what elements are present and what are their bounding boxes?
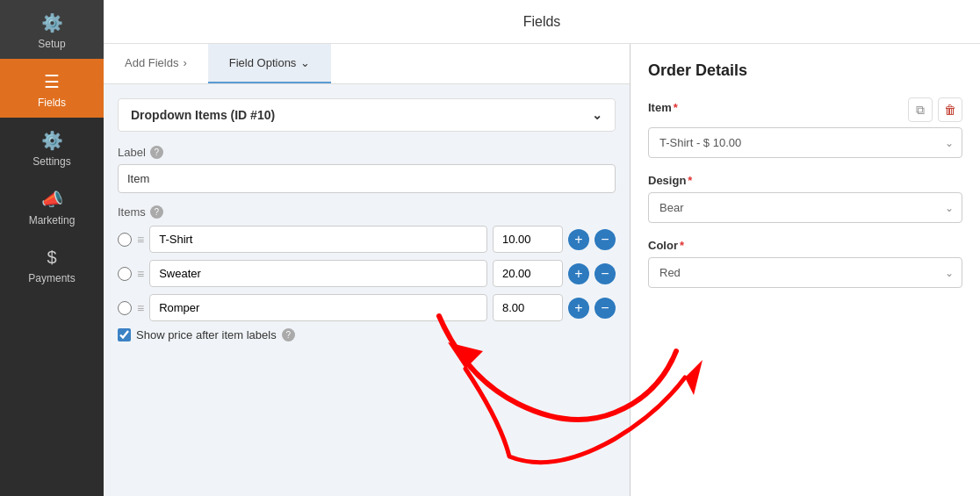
payments-icon: $ <box>47 248 56 268</box>
sidebar-item-settings-label: Settings <box>32 155 70 168</box>
chevron-down-icon: ⌄ <box>300 56 310 69</box>
color-select-wrapper: Red Blue Green ⌄ <box>648 257 962 288</box>
drag-handle-2[interactable]: ≡ <box>137 301 144 315</box>
sidebar-item-fields[interactable]: ☰ Fields <box>0 59 104 118</box>
form-field-color: Color * Red Blue Green ⌄ <box>648 239 962 288</box>
plus-icon: + <box>574 266 582 282</box>
items-help-icon[interactable]: ? <box>150 205 163 219</box>
add-item-button-2[interactable]: + <box>568 298 589 319</box>
label-help-icon[interactable]: ? <box>150 146 163 159</box>
order-details-title: Order Details <box>648 61 962 80</box>
label-input[interactable] <box>118 164 616 193</box>
color-field-label: Color * <box>648 239 962 252</box>
tab-field-options[interactable]: Field Options ⌄ <box>208 44 332 83</box>
tab-field-options-label: Field Options <box>229 56 297 69</box>
sidebar-item-setup[interactable]: ⚙️ Setup <box>0 0 104 59</box>
settings-icon: ⚙️ <box>41 130 63 151</box>
color-select[interactable]: Red Blue Green <box>648 257 962 288</box>
dropdown-chevron-icon: ⌄ <box>592 108 602 122</box>
item-icon-actions: ⧉ 🗑 <box>908 97 962 122</box>
design-select-wrapper: Bear Tiger ⌄ <box>648 192 962 223</box>
sidebar-item-payments[interactable]: $ Payments <box>0 235 104 293</box>
form-field-design: Design * Bear Tiger ⌄ <box>648 174 962 223</box>
right-panel: Order Details Item * ⧉ 🗑 T-Shirt - $ 10.… <box>631 44 980 496</box>
item-select-wrapper: T-Shirt - $ 10.00 Sweater - $ 20.00 Romp… <box>648 127 962 158</box>
sidebar-item-settings[interactable]: ⚙️ Settings <box>0 118 104 176</box>
tab-add-fields-label: Add Fields <box>125 56 178 69</box>
label-field-label: Label ? <box>118 146 616 159</box>
items-group: Items ? ≡ + − <box>118 205 616 341</box>
item-price-input-0[interactable] <box>493 226 563 253</box>
dropdown-items-header[interactable]: Dropdown Items (ID #10) ⌄ <box>118 98 616 132</box>
show-price-row: Show price after item labels ? <box>118 328 616 341</box>
sidebar: ⚙️ Setup ☰ Fields ⚙️ Settings 📣 Marketin… <box>0 0 104 496</box>
drag-handle-0[interactable]: ≡ <box>137 233 144 247</box>
item-row: ≡ + − <box>118 294 616 321</box>
main-content: Fields Add Fields › Field Options ⌄ D <box>104 0 980 496</box>
top-header: Fields <box>104 0 980 44</box>
plus-icon: + <box>574 300 582 316</box>
content-split: Add Fields › Field Options ⌄ Dropdown It… <box>104 44 980 496</box>
design-select[interactable]: Bear Tiger <box>648 192 962 223</box>
show-price-checkbox[interactable] <box>118 328 131 341</box>
item-name-input-0[interactable] <box>149 226 487 253</box>
remove-item-button-0[interactable]: − <box>594 229 616 250</box>
minus-icon: − <box>601 232 609 248</box>
item-radio-0[interactable] <box>118 233 132 247</box>
item-field-actions: Item * ⧉ 🗑 <box>648 97 962 122</box>
chevron-right-icon: › <box>183 56 186 69</box>
item-radio-2[interactable] <box>118 301 132 315</box>
field-options-content: Dropdown Items (ID #10) ⌄ Label ? Items … <box>104 84 630 368</box>
delete-field-button[interactable]: 🗑 <box>938 97 962 122</box>
required-star-design: * <box>688 174 692 187</box>
item-name-input-2[interactable] <box>149 294 487 321</box>
label-field-group: Label ? <box>118 146 616 193</box>
item-row: ≡ + − <box>118 260 616 287</box>
tab-add-fields[interactable]: Add Fields › <box>104 44 208 83</box>
minus-icon: − <box>601 266 609 282</box>
item-name-input-1[interactable] <box>149 260 487 287</box>
show-price-help-icon[interactable]: ? <box>282 328 295 341</box>
add-item-button-1[interactable]: + <box>568 263 589 284</box>
required-star: * <box>674 101 678 114</box>
item-select[interactable]: T-Shirt - $ 10.00 Sweater - $ 20.00 Romp… <box>648 127 962 158</box>
dropdown-items-label: Dropdown Items (ID #10) <box>131 108 275 122</box>
form-field-item: Item * ⧉ 🗑 T-Shirt - $ 10.00 Sweater - $… <box>648 97 962 158</box>
item-radio-1[interactable] <box>118 267 132 281</box>
item-price-input-1[interactable] <box>493 260 563 287</box>
design-field-label: Design * <box>648 174 962 187</box>
items-label: Items ? <box>118 205 616 219</box>
sidebar-item-setup-label: Setup <box>38 38 65 50</box>
page-title: Fields <box>523 14 561 30</box>
marketing-icon: 📣 <box>41 189 63 210</box>
plus-icon: + <box>574 232 582 248</box>
remove-item-button-1[interactable]: − <box>594 263 616 284</box>
tabs: Add Fields › Field Options ⌄ <box>104 44 630 84</box>
copy-field-button[interactable]: ⧉ <box>908 97 933 122</box>
add-item-button-0[interactable]: + <box>568 229 589 250</box>
left-panel: Add Fields › Field Options ⌄ Dropdown It… <box>104 44 631 496</box>
setup-icon: ⚙️ <box>41 12 63 33</box>
drag-handle-1[interactable]: ≡ <box>137 267 144 281</box>
minus-icon: − <box>601 300 609 316</box>
item-price-input-2[interactable] <box>493 294 563 321</box>
item-row: ≡ + − <box>118 226 616 253</box>
sidebar-item-marketing-label: Marketing <box>29 214 76 226</box>
sidebar-item-marketing[interactable]: 📣 Marketing <box>0 176 104 235</box>
fields-icon: ☰ <box>44 71 60 92</box>
item-field-label: Item * <box>648 101 678 114</box>
required-star-color: * <box>680 239 684 252</box>
remove-item-button-2[interactable]: − <box>594 298 616 319</box>
show-price-label: Show price after item labels <box>136 328 277 341</box>
sidebar-item-fields-label: Fields <box>38 97 66 109</box>
sidebar-item-payments-label: Payments <box>28 272 75 284</box>
